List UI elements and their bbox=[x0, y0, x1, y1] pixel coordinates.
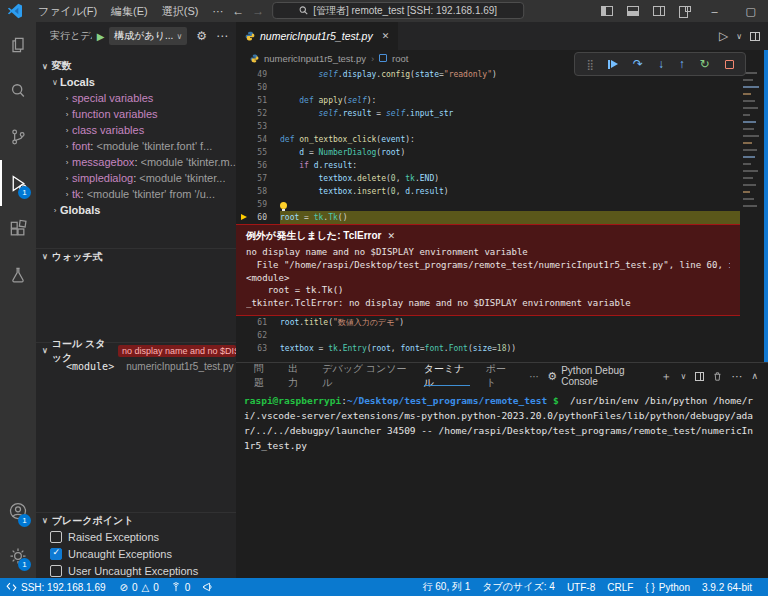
breadcrumb-file[interactable]: numericInput1r5_test.py bbox=[264, 53, 366, 64]
customize-layout-icon[interactable] bbox=[679, 6, 691, 17]
tab-close-icon[interactable]: ✕ bbox=[382, 31, 390, 41]
activity-source-control-icon[interactable] bbox=[0, 114, 36, 160]
code-line-62[interactable]: 62 bbox=[236, 329, 768, 342]
panel-tab-ポート[interactable]: ポート bbox=[478, 363, 522, 389]
activity-explorer-icon[interactable] bbox=[0, 22, 36, 68]
breakpoint-row[interactable]: User Uncaught Exceptions bbox=[36, 562, 236, 578]
drag-grip-icon[interactable]: ⣿ bbox=[586, 59, 592, 70]
window-minimize-button[interactable]: – bbox=[711, 5, 717, 17]
panel-tab-⋯[interactable]: ⋯ bbox=[521, 363, 547, 389]
sidebar-more-actions-icon[interactable]: ⋯ bbox=[216, 29, 228, 43]
panel-tab-デバッグ コンソール[interactable]: デバッグ コンソール bbox=[314, 363, 416, 389]
window-maximize-button[interactable]: ▢ bbox=[746, 5, 756, 18]
tree-item-messagebox[interactable]: ›messagebox: <module 'tkinter.m... bbox=[36, 154, 236, 170]
menu-item[interactable]: ⋯ bbox=[205, 5, 230, 17]
call-stack-section-header[interactable]: ∨ コール スタック no display name and no $DISPL… bbox=[36, 342, 236, 358]
checkbox-checked[interactable] bbox=[50, 548, 62, 560]
tree-item-class-variables[interactable]: ›class variables bbox=[36, 122, 236, 138]
menu-item[interactable]: 編集(E) bbox=[104, 5, 155, 17]
line-number[interactable]: 56 bbox=[236, 159, 280, 172]
kill-terminal-trash-icon[interactable] bbox=[713, 371, 722, 382]
breakpoints-section-header[interactable]: ∨ ブレークポイント bbox=[36, 512, 236, 528]
language-mode[interactable]: { } Python bbox=[639, 578, 696, 596]
remote-indicator[interactable]: SSH: 192.168.1.69 bbox=[0, 578, 114, 596]
code-line-57[interactable]: 57 textbox.delete(0, tk.END) bbox=[236, 172, 768, 185]
command-center-search[interactable]: [管理者] remote_test [SSH: 192.168.1.69] bbox=[272, 2, 524, 19]
stop-icon[interactable] bbox=[725, 60, 734, 69]
line-number[interactable]: 63 bbox=[236, 342, 280, 355]
continue-icon[interactable] bbox=[608, 60, 619, 69]
minimap[interactable] bbox=[740, 66, 764, 362]
panel-more-actions-icon[interactable]: ⋯ bbox=[731, 370, 742, 383]
code-line-51[interactable]: 51 def apply(self): bbox=[236, 94, 768, 107]
activity-search-icon[interactable] bbox=[0, 68, 36, 114]
tree-item-font[interactable]: ›font: <module 'tkinter.font' f... bbox=[36, 138, 236, 154]
new-terminal-icon[interactable]: ＋ bbox=[660, 369, 671, 384]
tree-item-special-variables[interactable]: ›special variables bbox=[36, 90, 236, 106]
ports-indicator[interactable]: 0 bbox=[165, 578, 197, 596]
line-number[interactable]: 50 bbox=[236, 81, 280, 94]
code-line-53[interactable]: 53 bbox=[236, 120, 768, 133]
toggle-secondary-sidebar-icon[interactable] bbox=[653, 6, 665, 16]
start-debug-icon[interactable]: ▶ bbox=[97, 31, 105, 42]
lightbulb-icon[interactable] bbox=[280, 202, 287, 209]
code-line-50[interactable]: 50 bbox=[236, 81, 768, 94]
line-number[interactable]: 51 bbox=[236, 94, 280, 107]
panel-tab-出力[interactable]: 出力 bbox=[280, 363, 314, 389]
terminal-dropdown-chevron-icon[interactable]: ∨ bbox=[680, 372, 686, 381]
problems-indicator[interactable]: ⊘ 0 △ 0 bbox=[114, 578, 165, 596]
split-terminal-icon[interactable] bbox=[695, 372, 704, 381]
step-over-icon[interactable]: ↷ bbox=[633, 58, 643, 70]
restart-icon[interactable]: ↻ bbox=[700, 58, 710, 70]
tree-item-function-variables[interactable]: ›function variables bbox=[36, 106, 236, 122]
line-number[interactable]: 61 bbox=[236, 316, 280, 329]
tree-item-globals[interactable]: ›Globals bbox=[36, 202, 236, 218]
code-line-61[interactable]: 61root.title("数値入力のデモ") bbox=[236, 316, 768, 329]
line-number[interactable]: 55 bbox=[236, 146, 280, 159]
step-out-icon[interactable]: ↑ bbox=[679, 58, 685, 70]
indentation[interactable]: タブのサイズ: 4 bbox=[476, 578, 561, 596]
watch-section-header[interactable]: ∨ ウォッチ式 bbox=[36, 248, 236, 264]
account-icon[interactable]: 1 bbox=[0, 488, 36, 534]
breadcrumb-symbol[interactable]: root bbox=[392, 53, 408, 64]
code-line-58[interactable]: 58 textbox.insert(0, d.result) bbox=[236, 185, 768, 198]
debug-settings-gear-icon[interactable]: ⚙ bbox=[196, 29, 207, 43]
code-line-54[interactable]: 54def on_textbox_click(event): bbox=[236, 133, 768, 146]
code-line-60[interactable]: 60root = tk.Tk() bbox=[236, 211, 768, 224]
navigate-back-icon[interactable]: ← bbox=[232, 4, 244, 18]
toggle-primary-sidebar-icon[interactable] bbox=[601, 6, 613, 16]
activity-run-debug-icon[interactable]: 1 bbox=[0, 160, 36, 206]
code-editor[interactable]: 49 self.display.config(state="readonly")… bbox=[236, 66, 768, 362]
terminal-output[interactable]: raspi@raspberrypi:~/Desktop/test_program… bbox=[236, 389, 768, 578]
breakpoint-row[interactable]: Uncaught Exceptions bbox=[36, 545, 236, 562]
line-number[interactable]: 52 bbox=[236, 107, 280, 120]
line-number[interactable]: 53 bbox=[236, 120, 280, 133]
tree-item-locals[interactable]: ∨Locals bbox=[36, 74, 236, 90]
call-stack-frame[interactable]: <module> numericInput1r5_test.py bbox=[36, 358, 236, 375]
panel-tab-問題[interactable]: 問題 bbox=[246, 363, 280, 389]
line-number[interactable]: 62 bbox=[236, 329, 280, 342]
run-dropdown-chevron-icon[interactable]: ∨ bbox=[736, 32, 742, 41]
split-editor-icon[interactable] bbox=[750, 32, 760, 41]
line-number[interactable]: 58 bbox=[236, 185, 280, 198]
activity-extensions-icon[interactable] bbox=[0, 206, 36, 252]
line-number[interactable]: 57 bbox=[236, 172, 280, 185]
line-number[interactable]: 59 bbox=[236, 198, 280, 211]
activity-testing-icon[interactable] bbox=[0, 252, 36, 298]
step-into-icon[interactable]: ↓ bbox=[658, 58, 664, 70]
toggle-panel-icon[interactable] bbox=[627, 6, 639, 16]
maximize-panel-chevron-icon[interactable]: ∧ bbox=[751, 371, 758, 381]
debug-config-dropdown[interactable]: 構成があり...∨ bbox=[109, 27, 187, 45]
cursor-position[interactable]: 行 60, 列 1 bbox=[417, 578, 477, 596]
line-number[interactable]: 60 bbox=[236, 211, 280, 224]
checkbox-unchecked[interactable] bbox=[50, 531, 62, 543]
variables-section-header[interactable]: ∨ 変数 bbox=[36, 58, 236, 74]
line-number[interactable]: 49 bbox=[236, 68, 280, 81]
line-number[interactable]: 54 bbox=[236, 133, 280, 146]
panel-tab-ターミナル[interactable]: ターミナル bbox=[416, 363, 478, 389]
code-line-55[interactable]: 55 d = NumberDialog(root) bbox=[236, 146, 768, 159]
run-python-file-icon[interactable]: ▷ bbox=[719, 29, 728, 43]
python-interpreter[interactable]: 3.9.2 64-bit bbox=[696, 578, 758, 596]
code-line-56[interactable]: 56 if d.result: bbox=[236, 159, 768, 172]
eol-sequence[interactable]: CRLF bbox=[601, 578, 639, 596]
